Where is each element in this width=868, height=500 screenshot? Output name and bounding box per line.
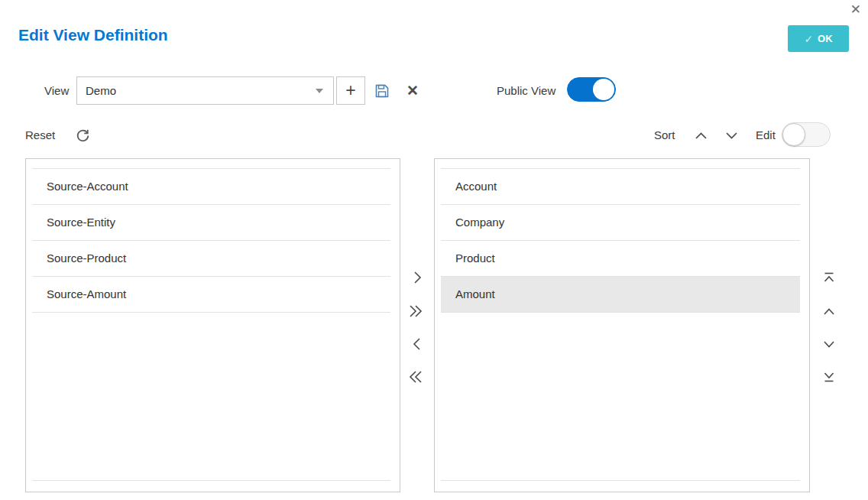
chevron-right-icon: [413, 271, 422, 284]
chevron-down-icon: [725, 131, 738, 140]
move-to-bottom-button[interactable]: [818, 366, 840, 388]
floppy-disk-icon: [374, 83, 390, 99]
toggle-knob: [593, 79, 614, 100]
delete-view-icon[interactable]: ✕: [403, 81, 422, 99]
public-view-toggle[interactable]: [567, 77, 616, 102]
view-dropdown[interactable]: Demo: [76, 76, 334, 105]
list-item[interactable]: Source-Amount: [32, 277, 390, 313]
refresh-icon: [76, 128, 90, 143]
double-chevron-right-icon: [409, 304, 423, 318]
ok-button[interactable]: ✓ OK: [788, 25, 849, 52]
list-item[interactable]: Product: [441, 241, 800, 277]
selected-list: Account Company Product Amount: [434, 158, 810, 492]
close-icon[interactable]: ✕: [850, 3, 861, 16]
view-label: View: [44, 84, 69, 97]
ok-button-label: OK: [818, 33, 833, 44]
toggle-knob: [782, 123, 805, 146]
list-item[interactable]: Source-Account: [32, 169, 390, 205]
check-icon: ✓: [804, 33, 813, 45]
public-view-label: Public View: [497, 84, 555, 97]
chevron-down-icon: [823, 340, 835, 349]
sort-descending-button[interactable]: [723, 128, 740, 142]
x-icon: ✕: [406, 82, 419, 99]
move-all-right-button[interactable]: [405, 300, 426, 322]
move-left-button[interactable]: [406, 333, 428, 355]
arrow-to-bottom-icon: [823, 371, 835, 383]
sort-ascending-button[interactable]: [692, 128, 709, 142]
save-icon[interactable]: [374, 83, 390, 99]
list-item[interactable]: Source-Entity: [32, 205, 390, 241]
list-item[interactable]: Company: [441, 205, 800, 241]
move-to-top-button[interactable]: [818, 267, 840, 288]
edit-label: Edit: [756, 128, 776, 141]
chevron-down-icon: [316, 89, 323, 93]
chevron-left-icon: [413, 337, 422, 351]
move-all-left-button[interactable]: [405, 366, 426, 388]
reset-refresh-icon[interactable]: [73, 126, 92, 144]
move-down-button[interactable]: [818, 333, 840, 355]
move-up-button[interactable]: [818, 300, 840, 322]
list-item[interactable]: Source-Product: [32, 241, 390, 277]
page-title: Edit View Definition: [18, 26, 168, 44]
available-list: Source-Account Source-Entity Source-Prod…: [25, 158, 400, 492]
move-right-button[interactable]: [406, 267, 428, 288]
edit-toggle[interactable]: [782, 122, 831, 147]
chevron-up-icon: [823, 307, 835, 316]
sort-label: Sort: [654, 128, 675, 141]
list-item[interactable]: Amount: [441, 277, 800, 313]
chevron-up-icon: [695, 131, 708, 140]
add-view-button[interactable]: +: [336, 76, 365, 105]
arrow-to-top-icon: [823, 271, 835, 284]
list-item[interactable]: Account: [441, 169, 800, 205]
edit-view-definition-dialog: ✕ Edit View Definition ✓ OK View Demo + …: [0, 0, 868, 500]
double-chevron-left-icon: [409, 370, 423, 384]
reset-label: Reset: [25, 128, 55, 141]
view-dropdown-value: Demo: [86, 84, 116, 97]
